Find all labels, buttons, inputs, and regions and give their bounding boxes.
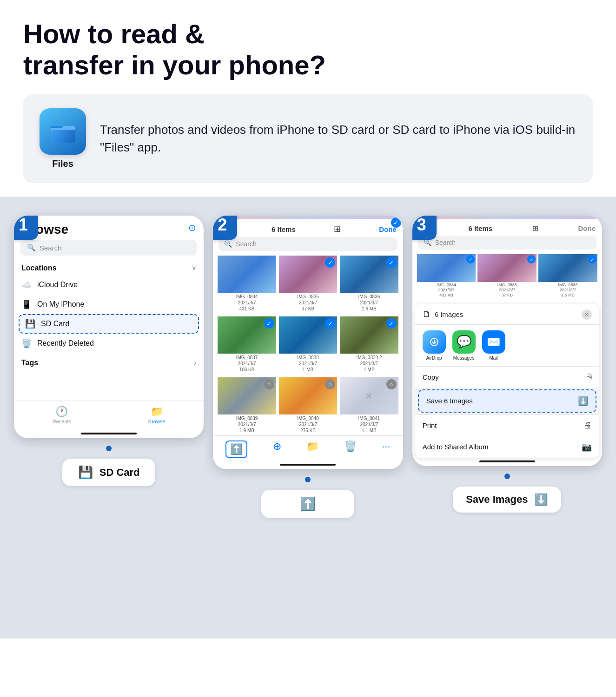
search-placeholder-3: Search [435,239,456,246]
step2-search[interactable]: 🔍 Search [219,237,397,251]
icloud-icon: ☁️ [21,280,32,290]
img-info-0838: IMG_0838 2021/3/7 1 MB [279,354,337,375]
img-check-0837: ✓ [264,318,274,329]
airdrop-label: AirDrop [426,355,442,361]
image-cell-0839[interactable]: ○ IMG_0839 2021/3/7 1.9 MB [218,377,276,435]
img-info-0838b: IMG_0838 2 2021/3/7 1 MB [340,354,398,375]
doc-icon: 🗋 [423,309,431,319]
share-label-icon: ⬆️ [300,496,316,512]
copy-action[interactable]: Copy ⎘ [415,366,599,388]
img-check-0841: ○ [386,379,397,389]
tags-chevron-icon: › [194,359,196,367]
image-cell-0838b[interactable]: ✓ IMG_0838 2 2021/3/7 1 MB [340,316,398,375]
share-sheet-header: 🗋 6 Images ✕ [415,304,599,324]
tab-browse[interactable]: 📁 Browse [148,406,166,424]
save-images-label: Save 6 Images [426,397,473,405]
gradient-bar [213,216,403,219]
more-toolbar-icon[interactable]: ··· [382,441,390,458]
img-info-0837: IMG_0837 2021/3/7 106 KB [218,354,276,375]
image-cell-0838[interactable]: ✓ IMG_0838 2021/3/7 1 MB [279,316,337,375]
sdcard-label: SD Card [41,320,69,328]
more-dots-icon[interactable]: ⊙ [188,222,196,233]
sdcard-label-text: SD Card [99,467,140,479]
share-title-text: 6 Images [435,310,464,318]
step2-grid-icon: ⊞ [334,224,341,234]
search-icon-3: 🔍 [424,239,431,246]
add-toolbar-icon[interactable]: ⊕ [273,441,281,458]
print-icon: 🖨 [583,421,592,430]
locations-label: Locations [21,264,57,272]
folder-toolbar-icon[interactable]: 📁 [306,441,319,458]
img-check-0838b: ✓ [386,318,397,329]
image-cell-0835[interactable]: ✓ IMG_0835 2021/3/7 37 KB [279,256,337,314]
step-1-column: 1 Browse ⊙ 🔍 Search Locations ∨ ☁️ iClou… [14,216,204,486]
save-images-action[interactable]: Save 6 Images ⬇️ [418,389,596,413]
home-indicator-2 [280,464,336,466]
copy-icon: ⎘ [587,372,592,382]
icloud-label: iCloud Drive [37,281,78,289]
step3-img-0836: ✓ IMG_08362021/3/71.6 MB [538,254,597,298]
save-icon: ⬇️ [534,493,548,506]
messages-app[interactable]: 💬 Messages [452,330,476,361]
share-toolbar-icon[interactable]: ⬆️ [225,441,247,458]
locations-chevron-icon: ∨ [192,264,196,272]
location-iphone[interactable]: 📱 On My iPhone [14,295,204,314]
step-3-column: 3 S... 6 Items ⊞ Done 🔍 Search ✓ [412,216,602,512]
header-section: How to read & transfer in your phone? [0,0,616,197]
step3-done: Done [578,224,596,232]
save-images-icon: ⬇️ [578,396,588,406]
save-images-bottom-label: Save Images [466,493,528,506]
search-placeholder: Search [40,244,62,252]
intro-text: Transfer photos and videos from iPhone t… [100,121,576,156]
share-close-button[interactable]: ✕ [582,309,592,320]
location-icloud[interactable]: ☁️ iCloud Drive [14,275,204,295]
image-cell-0841[interactable]: ✕ ○ IMG_0841 2021/3/7 1.1 MB [340,377,398,435]
airdrop-app[interactable]: AirDrop [423,330,446,361]
step3-img-0834: ✓ IMG_08342021/3/7431 KB [417,254,476,298]
image-cell-0837[interactable]: ✓ IMG_0837 2021/3/7 106 KB [218,316,276,375]
img-check-0834: ✓ [391,217,401,228]
step3-count: 6 Items [468,224,492,232]
step3-image-grid: ✓ IMG_08342021/3/7431 KB ✓ IMG_08352021/… [412,254,602,301]
image-cell-0836[interactable]: ✓ IMG_0836 2021/3/7 1.6 MB [340,256,398,314]
print-action[interactable]: Print 🖨 [415,414,599,436]
step2-image-grid: ✓ IMG_0834 2021/3/7 431 KB ✓ IMG_0835 20… [213,256,403,435]
bottom-tab-bar: 🕐 Recents 📁 Browse [14,401,204,431]
img-info-0836: IMG_0836 2021/3/7 1.6 MB [340,293,398,314]
deleted-label: Recently Deleted [37,339,94,348]
browse-header: Browse ⊙ [14,216,204,240]
deleted-icon: 🗑️ [21,338,32,348]
share-title: 🗋 6 Images [423,309,464,319]
step2-toolbar: ⬆️ ⊕ 📁 🗑️ ··· [213,435,403,462]
messages-label: Messages [453,355,475,361]
step-3-phone: 3 S... 6 Items ⊞ Done 🔍 Search ✓ [412,216,602,466]
shared-album-action[interactable]: Add to Shared Album 📷 [415,436,599,458]
step2-header: ‹ S... 6 Items ⊞ Done [213,219,403,237]
share-sheet: 🗋 6 Images ✕ AirDrop [415,304,599,458]
step-3-badge: 3 [412,216,437,240]
img-info-0841: IMG_0841 2021/3/7 1.1 MB [340,414,398,435]
tags-section: Tags › [14,353,204,373]
location-deleted[interactable]: 🗑️ Recently Deleted [14,334,204,353]
home-indicator-3 [479,460,535,462]
image-cell-0840[interactable]: ○ IMG_0840 2021/3/7 275 KB [279,377,337,435]
recents-label: Recents [53,419,71,424]
messages-icon: 💬 [452,330,476,354]
step2-bottom-label: ⬆️ [261,490,354,518]
step3-connector [504,473,510,479]
share-apps-row: AirDrop 💬 Messages ✉️ Mail [415,324,599,366]
image-cell-0834[interactable]: ✓ IMG_0834 2021/3/7 431 KB [218,256,276,314]
mail-app[interactable]: ✉️ Mail [482,330,505,361]
files-app-icon [40,108,86,155]
browse-label: Browse [148,419,166,424]
step-1-phone: 1 Browse ⊙ 🔍 Search Locations ∨ ☁️ iClou… [14,216,204,438]
print-label: Print [423,421,437,429]
step1-search-bar[interactable]: 🔍 Search [20,240,197,256]
step3-grid-icon: ⊞ [532,224,538,233]
location-sdcard[interactable]: 💾 SD Card [19,314,199,334]
recents-icon: 🕐 [55,406,68,418]
step1-bottom-label: 💾 SD Card [62,459,155,486]
tab-recents[interactable]: 🕐 Recents [53,406,71,424]
delete-toolbar-icon[interactable]: 🗑️ [344,441,357,458]
step3-search[interactable]: 🔍 Search [418,236,596,250]
